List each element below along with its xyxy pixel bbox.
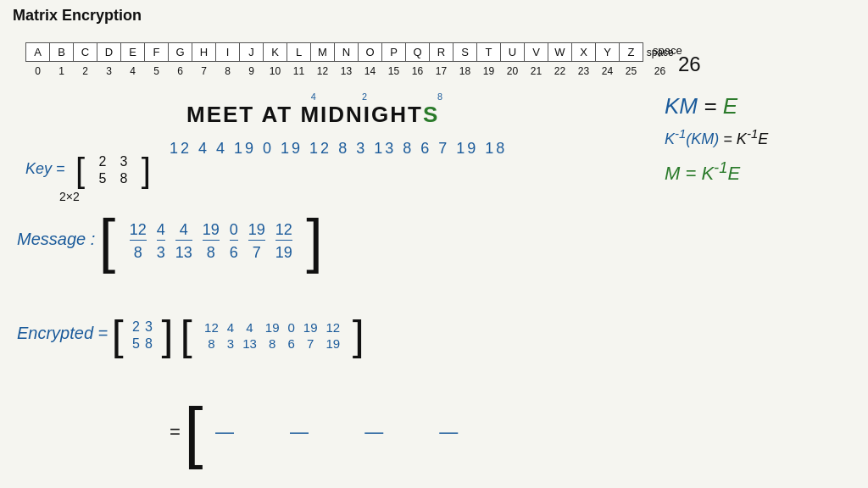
alpha-cell-X: X	[572, 43, 596, 62]
num-cell-8: 8	[216, 62, 240, 80]
enc-msg-top-1: 4	[227, 320, 234, 335]
enc-msg-bottom-3: 8	[265, 336, 280, 351]
num-cell-7: 7	[192, 62, 216, 80]
message-section: Message : [ 12441901912831386719 ]	[17, 216, 323, 267]
num-cell-12: 12	[311, 62, 335, 80]
msg-top-5: 19	[248, 221, 265, 241]
alpha-cell-S: S	[453, 43, 477, 62]
num-cell-24: 24	[596, 62, 620, 80]
msg-top-4: 0	[230, 221, 238, 241]
alpha-cell-C: C	[74, 43, 97, 62]
enc-msg-top-6: 12	[326, 320, 341, 335]
msg-top-3: 19	[203, 221, 220, 241]
message-label: Message :	[17, 230, 95, 248]
result-section: = [ — — — —	[170, 415, 483, 449]
alpha-cell-T: T	[477, 43, 501, 62]
alpha-cell-M: M	[311, 43, 335, 62]
enc-key-matrix: 2 3 5 8	[127, 318, 158, 353]
right-annotations: KM = E K-1(KM) = K-1E M = K-1E	[665, 93, 851, 185]
enc-key-10: 5	[132, 336, 140, 352]
num-cell-18: 18	[453, 62, 477, 80]
space-value: 26	[678, 53, 701, 76]
enc-msg-top-3: 19	[265, 320, 280, 335]
num-cell-14: 14	[359, 62, 382, 80]
bracket-left-icon: [	[75, 152, 85, 189]
big-bracket-left-icon: [	[99, 208, 115, 274]
msg-bottom-1: 3	[157, 244, 165, 262]
num-cell-15: 15	[382, 62, 406, 80]
k-inv-label: K-1(KM) = K-1E	[665, 126, 851, 148]
page: Matrix Encryption ABCDEFGHIJKLMNOPQRSTUV…	[0, 0, 868, 488]
enc-msg-matrix: 12441901912831386719	[196, 319, 348, 352]
key-cell-01: 3	[116, 154, 131, 169]
msg-bottom-6: 19	[275, 244, 292, 262]
bracket-right-icon: ]	[142, 152, 151, 189]
alpha-cell-A: A	[26, 43, 50, 62]
num-space-value: 26	[643, 62, 677, 80]
enc-bracket-right-icon: ]	[161, 312, 173, 359]
num-cell-2: 2	[74, 62, 97, 80]
num-cell-3: 3	[97, 62, 121, 80]
num-cell-22: 22	[548, 62, 572, 80]
enc-msg-top-4: 0	[288, 320, 295, 335]
alpha-cell-I: I	[216, 43, 240, 62]
m-eq-label: M = K-1E	[665, 158, 851, 185]
result-dashes: — — — —	[215, 421, 483, 442]
enc-key-11: 8	[145, 336, 153, 352]
enc-msg-bracket-left-icon: [	[181, 312, 192, 359]
key-size-label: 2×2	[59, 190, 151, 203]
alpha-cell-U: U	[501, 43, 525, 62]
num-cell-10: 10	[264, 62, 287, 80]
alpha-cell-F: F	[145, 43, 169, 62]
big-bracket-right-icon: ]	[306, 208, 322, 274]
encrypted-section: Encrypted = [ 2 3 5 8 ] [ 12441901912831…	[17, 318, 364, 354]
alphabet-table: ABCDEFGHIJKLMNOPQRSTUVWXYZspace 01234567…	[25, 42, 677, 80]
num-cell-5: 5	[145, 62, 169, 80]
number-sequence: 12 4 4 19 0 19 12 8 3 13 8 6 7 19 18	[170, 140, 507, 158]
enc-msg-bottom-6: 19	[326, 336, 341, 351]
num-cell-20: 20	[501, 62, 525, 80]
superscripts: 4 2 8	[237, 92, 442, 107]
enc-bracket-left-icon: [	[112, 312, 124, 359]
enc-msg-top-0: 12	[204, 320, 219, 335]
num-cell-6: 6	[169, 62, 192, 80]
message-matrix: 12441901912831386719	[120, 218, 303, 265]
msg-bottom-4: 6	[230, 244, 238, 262]
alpha-cell-L: L	[287, 43, 311, 62]
msg-top-0: 12	[130, 221, 147, 241]
msg-bottom-5: 7	[248, 244, 265, 262]
alpha-cell-H: H	[192, 43, 216, 62]
alpha-cell-O: O	[359, 43, 382, 62]
alpha-cell-J: J	[240, 43, 264, 62]
num-cell-19: 19	[477, 62, 501, 80]
alpha-cell-Q: Q	[406, 43, 430, 62]
num-cell-11: 11	[287, 62, 311, 80]
msg-top-6: 12	[275, 221, 292, 241]
alpha-cell-P: P	[382, 43, 406, 62]
msg-top-1: 4	[157, 221, 165, 241]
alpha-cell-V: V	[525, 43, 548, 62]
num-cell-4: 4	[121, 62, 145, 80]
num-cell-17: 17	[430, 62, 453, 80]
num-cell-21: 21	[525, 62, 548, 80]
alpha-cell-W: W	[548, 43, 572, 62]
alpha-cell-K: K	[264, 43, 287, 62]
alpha-cell-G: G	[169, 43, 192, 62]
enc-msg-top-2: 4	[242, 320, 257, 335]
enc-msg-bottom-5: 7	[303, 336, 318, 351]
alpha-cell-D: D	[97, 43, 121, 62]
result-equals: =	[170, 421, 181, 442]
enc-msg-bottom-1: 3	[227, 336, 234, 351]
key-label: Key =	[25, 160, 65, 177]
alpha-cell-N: N	[335, 43, 359, 62]
key-section: Key = [ 2 3 5 8 ] 2×2	[25, 152, 151, 203]
msg-bottom-0: 8	[130, 244, 147, 262]
enc-key-01: 3	[145, 319, 153, 335]
key-cell-11: 8	[116, 171, 131, 186]
num-cell-0: 0	[26, 62, 50, 80]
enc-msg-bottom-4: 6	[288, 336, 295, 351]
page-title: Matrix Encryption	[13, 7, 142, 25]
num-cell-23: 23	[572, 62, 596, 80]
num-cell-25: 25	[620, 62, 643, 80]
enc-msg-bottom-0: 8	[204, 336, 219, 351]
